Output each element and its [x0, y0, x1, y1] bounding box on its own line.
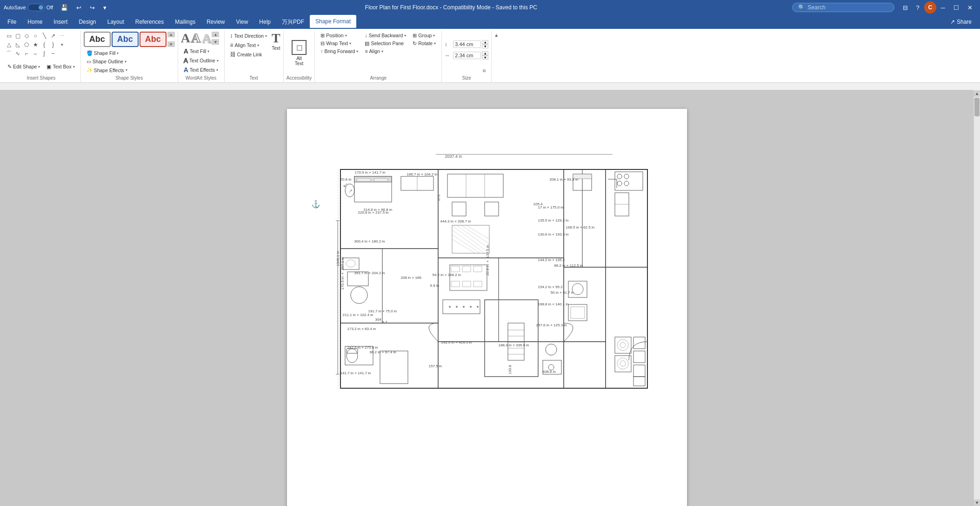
- shape-wave[interactable]: ~: [49, 49, 57, 58]
- bring-forward-button[interactable]: ↑ Bring Forward ▾: [318, 47, 361, 55]
- shape-right-triangle[interactable]: ◺: [13, 40, 22, 49]
- abc-default[interactable]: Abc: [84, 32, 111, 47]
- search-input[interactable]: [808, 4, 882, 11]
- width-increase[interactable]: ▲: [482, 51, 488, 55]
- menu-home[interactable]: Home: [22, 15, 48, 29]
- scroll-down-button[interactable]: ▼: [974, 499, 980, 506]
- position-icon: ⊞: [320, 33, 325, 38]
- collapse-ribbon-button[interactable]: ▲: [492, 31, 501, 38]
- menu-references[interactable]: References: [130, 15, 169, 29]
- selection-pane-button[interactable]: ▤ Selection Pane: [362, 40, 409, 47]
- shape-diamond[interactable]: ◇: [22, 32, 31, 40]
- abc-blue[interactable]: Abc: [112, 32, 139, 47]
- shape-rounded-rect[interactable]: ▢: [13, 32, 22, 40]
- text-fill-row: A Text Fill ▾: [181, 47, 221, 56]
- create-link-button[interactable]: ⛓ Create Link: [227, 50, 270, 59]
- share-button[interactable]: ↗ Share: [944, 15, 978, 29]
- menu-help[interactable]: Help: [253, 15, 276, 29]
- wordart-a-solid[interactable]: A: [181, 32, 190, 45]
- text-direction-button[interactable]: ↕ Text Direction ▾: [227, 32, 270, 40]
- undo-button[interactable]: ↩: [73, 2, 85, 13]
- meas-label-40: 188.3 in × 336.6 in: [499, 343, 529, 347]
- text-outline-a-icon: A: [184, 57, 188, 64]
- send-backward-button[interactable]: ↓ Send Backward ▾: [362, 32, 409, 39]
- wordart-a-shadow[interactable]: A: [201, 32, 211, 45]
- shape-curve[interactable]: ⌒: [5, 49, 13, 58]
- shape-arc[interactable]: ⌣: [31, 49, 40, 58]
- vertical-scrollbar[interactable]: ▲ ▼: [973, 90, 980, 506]
- shape-star[interactable]: ★: [31, 40, 40, 49]
- wordart-up[interactable]: ▲: [212, 32, 219, 37]
- alt-text-button[interactable]: ⬚ AltText: [288, 37, 310, 69]
- shape-pentagon[interactable]: ⬠: [22, 40, 31, 49]
- shape-scroll-down[interactable]: ▾: [58, 40, 66, 49]
- shape-rect[interactable]: ▭: [5, 32, 13, 40]
- text-fill-button[interactable]: A Text Fill ▾: [181, 47, 213, 56]
- menu-insert[interactable]: Insert: [48, 15, 73, 29]
- text-effects-button[interactable]: A Text Effects ▾: [181, 65, 221, 74]
- shape-bracket[interactable]: {: [40, 40, 48, 49]
- shape-line[interactable]: ╲: [40, 32, 48, 40]
- scroll-track[interactable]: [974, 97, 980, 499]
- shape-more[interactable]: ⋯: [58, 32, 66, 40]
- help-icon-btn[interactable]: ?: [913, 2, 923, 13]
- text-outline-button[interactable]: A Text Outline ▾: [181, 56, 221, 65]
- shape-styles-up[interactable]: ▲: [167, 32, 175, 37]
- menu-wanxing[interactable]: 万兴PDF: [276, 15, 310, 29]
- svg-point-69: [449, 306, 451, 308]
- autosave-toggle[interactable]: [28, 4, 45, 11]
- position-button[interactable]: ⊞ Position ▾: [318, 32, 361, 39]
- svg-point-59: [617, 339, 628, 351]
- abc-red[interactable]: Abc: [140, 32, 167, 47]
- menu-file[interactable]: File: [2, 15, 22, 29]
- close-button[interactable]: ✕: [964, 2, 976, 13]
- ribbon-display-button[interactable]: ⊟: [899, 2, 912, 13]
- shape-ellipse[interactable]: ○: [31, 32, 40, 40]
- menu-view[interactable]: View: [231, 15, 254, 29]
- shape-fill-button[interactable]: 🪣 Shape Fill ▾: [84, 49, 122, 57]
- size-dialog-launcher[interactable]: ⧉: [480, 67, 488, 74]
- height-input[interactable]: [453, 40, 481, 48]
- wrap-text-button[interactable]: ⊟ Wrap Text ▾: [318, 40, 361, 47]
- edit-shape-button[interactable]: ✎ Edit Shape ▾: [5, 63, 43, 70]
- text-box-icon: ▣: [47, 64, 51, 69]
- align-text-button[interactable]: ≡ Align Text ▾: [227, 41, 270, 49]
- menu-design[interactable]: Design: [73, 15, 101, 29]
- menu-mailings[interactable]: Mailings: [169, 15, 201, 29]
- shape-bend[interactable]: ⌐: [22, 49, 31, 58]
- width-decrease[interactable]: ▼: [482, 55, 488, 60]
- width-input[interactable]: [453, 52, 481, 59]
- shape-s-curve[interactable]: ∫: [40, 49, 48, 58]
- save-button[interactable]: 💾: [57, 2, 72, 13]
- menu-layout[interactable]: Layout: [102, 15, 130, 29]
- customize-button[interactable]: ▾: [100, 2, 110, 13]
- minimize-button[interactable]: ─: [937, 2, 949, 13]
- document-canvas[interactable]: ⚓ ↙ ↗ 2037.4 in: [0, 90, 973, 506]
- scroll-up-button[interactable]: ▲: [974, 90, 980, 97]
- shape-arrow[interactable]: ↗: [49, 32, 57, 40]
- shape-freeform[interactable]: ∿: [13, 49, 22, 58]
- shape-outline-button[interactable]: ▭ Shape Outline ▾: [84, 58, 130, 65]
- shape-brace[interactable]: }: [49, 40, 57, 49]
- meas-label-13: 1349.1 in: [336, 251, 340, 266]
- height-decrease[interactable]: ▼: [482, 44, 488, 48]
- shape-effects-button[interactable]: ✨ Shape Effects ▾: [84, 66, 130, 74]
- shape-triangle[interactable]: △: [5, 40, 13, 49]
- menu-review[interactable]: Review: [201, 15, 230, 29]
- wordart-down[interactable]: ▼: [212, 39, 219, 45]
- align-button[interactable]: ≡ Align ▾: [362, 47, 409, 55]
- text-box-button[interactable]: ▣ Text Box ▾: [44, 63, 77, 70]
- search-box[interactable]: 🔍: [792, 3, 894, 12]
- shape-styles-down[interactable]: ▼: [167, 41, 175, 47]
- text-effects-row: A Text Effects ▾: [181, 65, 221, 74]
- edit-shape-row: ✎ Edit Shape ▾ ▣ Text Box ▾: [5, 59, 78, 74]
- redo-button[interactable]: ↪: [86, 2, 99, 13]
- group-button[interactable]: ⊞ Group ▾: [410, 32, 439, 39]
- height-increase[interactable]: ▲: [482, 40, 488, 44]
- rotate-button[interactable]: ↻ Rotate ▾: [410, 40, 439, 47]
- wordart-a-outline[interactable]: A: [191, 32, 200, 45]
- menu-shape-format[interactable]: Shape Format: [310, 15, 356, 29]
- arrange-label: Arrange: [318, 74, 439, 81]
- restore-button[interactable]: ☐: [950, 2, 963, 13]
- scroll-thumb[interactable]: [974, 98, 980, 116]
